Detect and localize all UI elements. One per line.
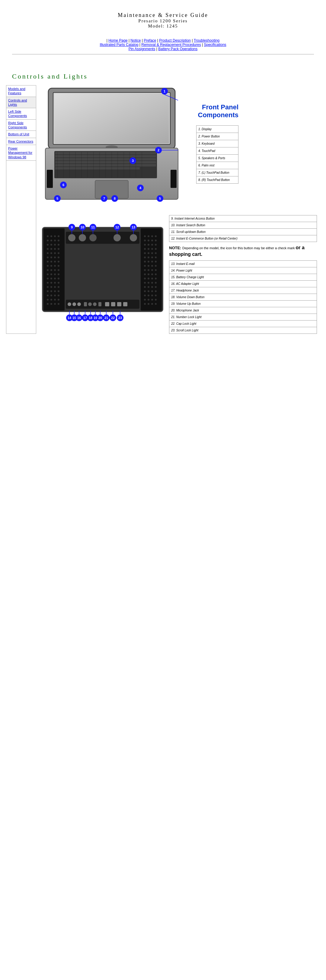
callout-5: 5. Speakers & Ports	[196, 155, 238, 162]
svg-point-141	[144, 256, 146, 258]
svg-rect-204	[111, 302, 115, 306]
callout-16: 16. AC Adapter Light	[169, 281, 317, 287]
nav-notice[interactable]: Notice	[130, 38, 141, 43]
svg-text:6: 6	[62, 183, 64, 187]
sidebar-item-rear[interactable]: Rear Connectors	[6, 138, 36, 145]
svg-point-197	[73, 302, 76, 306]
svg-point-156	[155, 269, 157, 271]
svg-point-100	[47, 286, 49, 288]
nav-product-desc[interactable]: Product Description	[159, 38, 191, 43]
svg-point-140	[155, 252, 157, 254]
svg-point-52	[47, 235, 49, 237]
callout-4: 4. TouchPad	[196, 148, 238, 155]
svg-rect-51	[43, 228, 65, 310]
svg-point-159	[151, 274, 153, 275]
bottom-image-area: 9 10 11 12	[39, 215, 166, 334]
svg-point-125	[144, 240, 146, 241]
svg-text:19: 19	[93, 316, 97, 320]
svg-text:2: 2	[158, 148, 159, 152]
svg-text:20: 20	[98, 316, 102, 320]
svg-point-71	[58, 252, 60, 254]
front-panel-section: 1 2 3 4 5	[39, 85, 317, 206]
svg-point-132	[155, 244, 157, 246]
svg-rect-202	[98, 302, 101, 306]
svg-point-153	[144, 269, 146, 271]
svg-point-138	[147, 252, 149, 254]
svg-point-200	[88, 302, 92, 306]
callout-11: 11. Scroll up/down Button	[169, 229, 317, 235]
callout-list-bottom: 9. Instant Internet Access Button 10. In…	[169, 215, 317, 242]
svg-point-83	[58, 265, 60, 267]
nav-preface[interactable]: Preface	[144, 38, 156, 43]
main-layout: Models and Features Controls and Lights …	[0, 85, 326, 334]
svg-point-58	[54, 240, 56, 241]
svg-text:13: 13	[131, 225, 135, 229]
sidebar-item-models[interactable]: Models and Features	[6, 86, 36, 97]
svg-text:5: 5	[159, 197, 161, 200]
sidebar-item-power[interactable]: Power Management for Windows 98	[6, 145, 36, 161]
svg-rect-199	[84, 302, 87, 306]
svg-point-191	[79, 234, 86, 241]
laptop-svg: 1 2 3 4 5	[39, 85, 184, 206]
callout-9: 9. Instant Internet Access Button	[169, 215, 317, 222]
svg-text:23: 23	[118, 316, 122, 320]
svg-point-103	[58, 286, 60, 288]
svg-point-198	[77, 302, 81, 306]
svg-point-131	[151, 244, 153, 246]
svg-point-88	[47, 274, 49, 275]
svg-point-179	[151, 294, 153, 296]
svg-point-116	[47, 303, 49, 305]
nav-parts-catalog[interactable]: Illustrated Parts Catalog	[100, 43, 138, 47]
svg-point-61	[51, 244, 52, 246]
svg-point-137	[144, 252, 146, 254]
svg-point-139	[151, 252, 153, 254]
svg-rect-29	[171, 170, 177, 188]
svg-point-181	[144, 299, 146, 301]
svg-rect-27	[95, 180, 128, 199]
svg-point-172	[155, 286, 157, 288]
svg-point-134	[147, 248, 149, 250]
svg-point-157	[144, 274, 146, 275]
callout-list-bottom2: 13. Instant E-mail 14. Power Light 15. B…	[169, 260, 317, 334]
svg-point-118	[54, 303, 56, 305]
svg-point-68	[47, 252, 49, 254]
nav-specifications[interactable]: Specifications	[204, 43, 226, 47]
svg-point-174	[147, 290, 149, 292]
nav-removal[interactable]: Removal & Replacement Procedures	[141, 43, 201, 47]
svg-point-161	[144, 278, 146, 280]
sidebar-item-left[interactable]: Left Side Components	[6, 108, 36, 119]
svg-text:9: 9	[71, 225, 73, 229]
svg-point-130	[147, 244, 149, 246]
sidebar-item-bottom[interactable]: Bottom of Unit	[6, 131, 36, 138]
svg-point-92	[47, 278, 49, 280]
svg-point-146	[147, 261, 149, 262]
svg-point-128	[155, 240, 157, 241]
callout-18: 18. Volume Down Button	[169, 294, 317, 301]
svg-point-54	[54, 235, 56, 237]
callout-19: 19. Volume Up Button	[169, 301, 317, 307]
callout-1: 1. Display	[196, 126, 238, 133]
svg-point-104	[47, 290, 49, 292]
svg-point-188	[155, 303, 157, 305]
svg-point-79	[58, 261, 60, 262]
callout-panel-bottom: 9. Instant Internet Access Button 10. In…	[169, 215, 317, 334]
svg-point-84	[47, 269, 49, 271]
svg-point-105	[51, 290, 52, 292]
sidebar-item-right[interactable]: Right Side Components	[6, 119, 36, 131]
svg-point-175	[151, 290, 153, 292]
callout-6: 6. Palm rest	[196, 162, 238, 169]
nav-home[interactable]: Home Page	[108, 38, 127, 43]
svg-text:17: 17	[83, 316, 87, 320]
svg-point-74	[54, 256, 56, 258]
svg-point-163	[151, 278, 153, 280]
subtitle2: Model: 1245	[6, 24, 320, 29]
nav-battery[interactable]: Battery Pack Operations	[158, 47, 198, 51]
sidebar-item-controls[interactable]: Controls and Lights	[6, 97, 36, 108]
svg-point-145	[144, 261, 146, 262]
svg-point-192	[89, 234, 97, 241]
svg-point-162	[147, 278, 149, 280]
svg-point-95	[58, 278, 60, 280]
svg-point-124	[155, 235, 157, 237]
nav-troubleshooting[interactable]: Troubleshooting	[194, 38, 220, 43]
nav-pin[interactable]: Pin Assignments	[128, 47, 155, 51]
